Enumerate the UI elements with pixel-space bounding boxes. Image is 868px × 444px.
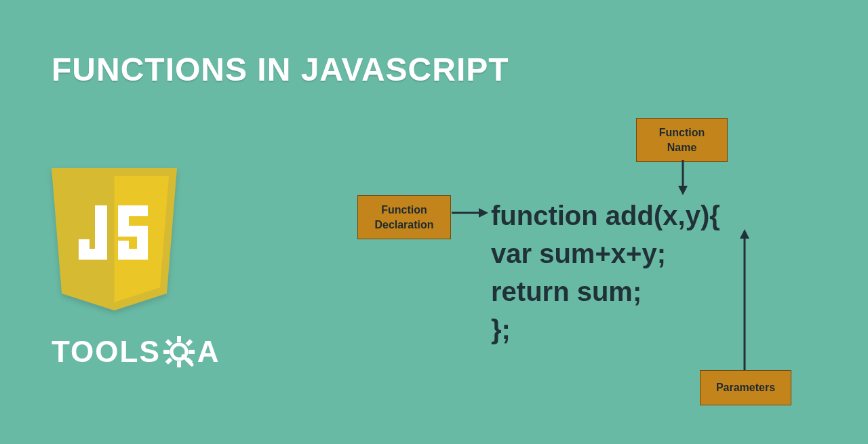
svg-rect-16	[165, 339, 172, 346]
svg-marker-24	[678, 186, 688, 195]
page-title: FUNCTIONS IN JAVASCRIPT	[52, 51, 509, 88]
svg-rect-4	[79, 239, 90, 254]
code-line-1: function add(x,y){	[491, 197, 720, 235]
svg-rect-14	[163, 350, 170, 354]
svg-rect-12	[177, 336, 181, 342]
svg-marker-22	[479, 208, 488, 218]
svg-rect-18	[165, 357, 172, 365]
callout-function-declaration: FunctionDeclaration	[357, 195, 451, 239]
left-column: TOOLS A	[52, 168, 219, 369]
arrow-parameters-icon	[738, 229, 751, 370]
svg-rect-10	[118, 241, 129, 254]
svg-rect-13	[177, 361, 181, 367]
arrow-declaration-icon	[452, 207, 488, 219]
toolsqa-text-part1: TOOLS	[52, 335, 161, 369]
svg-rect-15	[189, 350, 195, 354]
callout-parameters: Parameters	[700, 370, 791, 405]
code-line-4: };	[491, 310, 720, 348]
code-line-3: return sum;	[491, 273, 720, 310]
svg-rect-17	[185, 339, 193, 346]
callout-function-name: FunctionName	[636, 118, 728, 162]
gear-icon	[163, 336, 195, 367]
toolsqa-logo: TOOLS A	[52, 335, 219, 369]
code-line-2: var sum+x+y;	[491, 235, 720, 273]
code-snippet: function add(x,y){ var sum+x+y; return s…	[491, 197, 720, 348]
svg-marker-26	[740, 229, 749, 239]
js-logo-icon	[52, 168, 177, 310]
arrow-name-icon	[677, 160, 689, 195]
toolsqa-text-part2: A	[197, 335, 219, 369]
